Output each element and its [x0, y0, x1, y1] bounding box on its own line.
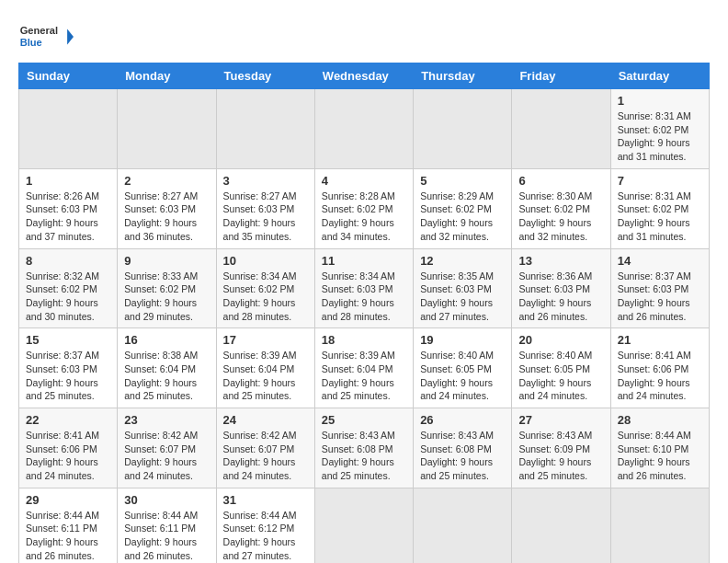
calendar-cell: 23 Sunrise: 8:42 AMSunset: 6:07 PMDaylig…: [118, 408, 216, 488]
header-day-monday: Monday: [118, 63, 216, 89]
calendar-cell: 1 Sunrise: 8:26 AMSunset: 6:03 PMDayligh…: [19, 168, 118, 248]
day-number: 14: [618, 254, 702, 268]
day-number: 9: [124, 254, 209, 268]
calendar-cell: 17 Sunrise: 8:39 AMSunset: 6:04 PMDaylig…: [216, 328, 314, 408]
calendar-cell: [118, 89, 216, 169]
week-row-2: 1 Sunrise: 8:26 AMSunset: 6:03 PMDayligh…: [19, 168, 710, 248]
svg-marker-2: [67, 29, 74, 44]
calendar-cell: 16 Sunrise: 8:38 AMSunset: 6:04 PMDaylig…: [118, 328, 216, 408]
cell-content: Sunrise: 8:44 AMSunset: 6:10 PMDaylight:…: [618, 429, 702, 483]
cell-content: Sunrise: 8:44 AMSunset: 6:11 PMDaylight:…: [26, 509, 110, 563]
week-row-3: 8 Sunrise: 8:32 AMSunset: 6:02 PMDayligh…: [19, 248, 710, 328]
day-number: 28: [618, 413, 702, 427]
cell-content: Sunrise: 8:26 AMSunset: 6:03 PMDaylight:…: [26, 190, 110, 244]
day-number: 12: [420, 254, 505, 268]
header-day-sunday: Sunday: [19, 63, 118, 89]
header-day-tuesday: Tuesday: [216, 63, 314, 89]
calendar-cell: 13 Sunrise: 8:36 AMSunset: 6:03 PMDaylig…: [512, 248, 610, 328]
cell-content: Sunrise: 8:29 AMSunset: 6:02 PMDaylight:…: [420, 190, 505, 244]
calendar-cell: 25 Sunrise: 8:43 AMSunset: 6:08 PMDaylig…: [314, 408, 413, 488]
day-number: 7: [618, 174, 702, 188]
calendar-cell: 29 Sunrise: 8:44 AMSunset: 6:11 PMDaylig…: [19, 488, 118, 563]
day-number: 8: [26, 254, 110, 268]
day-number: 24: [223, 413, 308, 427]
cell-content: Sunrise: 8:34 AMSunset: 6:02 PMDaylight:…: [223, 270, 308, 324]
day-number: 1: [26, 174, 110, 188]
calendar-cell: 20 Sunrise: 8:40 AMSunset: 6:05 PMDaylig…: [512, 328, 610, 408]
cell-content: Sunrise: 8:31 AMSunset: 6:02 PMDaylight:…: [618, 109, 702, 164]
day-number: 30: [124, 493, 209, 507]
day-number: 31: [223, 493, 308, 507]
cell-content: Sunrise: 8:42 AMSunset: 6:07 PMDaylight:…: [124, 429, 209, 483]
calendar-cell: 12 Sunrise: 8:35 AMSunset: 6:03 PMDaylig…: [414, 248, 512, 328]
calendar-cell: [414, 89, 512, 169]
cell-content: Sunrise: 8:32 AMSunset: 6:02 PMDaylight:…: [26, 270, 110, 324]
calendar-cell: 27 Sunrise: 8:43 AMSunset: 6:09 PMDaylig…: [512, 408, 610, 488]
cell-content: Sunrise: 8:28 AMSunset: 6:02 PMDaylight:…: [322, 190, 406, 244]
week-row-6: 29 Sunrise: 8:44 AMSunset: 6:11 PMDaylig…: [19, 488, 710, 563]
cell-content: Sunrise: 8:41 AMSunset: 6:06 PMDaylight:…: [618, 349, 702, 403]
calendar-cell: [19, 89, 118, 169]
day-number: 25: [322, 413, 406, 427]
calendar-cell: 4 Sunrise: 8:28 AMSunset: 6:02 PMDayligh…: [314, 168, 413, 248]
header-day-wednesday: Wednesday: [314, 63, 413, 89]
day-number: 4: [322, 174, 406, 188]
calendar-cell: 15 Sunrise: 8:37 AMSunset: 6:03 PMDaylig…: [19, 328, 118, 408]
cell-content: Sunrise: 8:38 AMSunset: 6:04 PMDaylight:…: [124, 349, 209, 403]
cell-content: Sunrise: 8:34 AMSunset: 6:03 PMDaylight:…: [322, 270, 406, 324]
calendar-cell: 18 Sunrise: 8:39 AMSunset: 6:04 PMDaylig…: [314, 328, 413, 408]
cell-content: Sunrise: 8:36 AMSunset: 6:03 PMDaylight:…: [518, 270, 603, 324]
cell-content: Sunrise: 8:42 AMSunset: 6:07 PMDaylight:…: [223, 429, 308, 483]
day-number: 19: [420, 333, 505, 347]
week-row-4: 15 Sunrise: 8:37 AMSunset: 6:03 PMDaylig…: [19, 328, 710, 408]
cell-content: Sunrise: 8:27 AMSunset: 6:03 PMDaylight:…: [124, 190, 209, 244]
day-number: 15: [26, 333, 110, 347]
cell-content: Sunrise: 8:40 AMSunset: 6:05 PMDaylight:…: [518, 349, 603, 403]
calendar-cell: 26 Sunrise: 8:43 AMSunset: 6:08 PMDaylig…: [414, 408, 512, 488]
svg-text:Blue: Blue: [20, 37, 42, 48]
calendar-cell: 5 Sunrise: 8:29 AMSunset: 6:02 PMDayligh…: [414, 168, 512, 248]
calendar-cell: 3 Sunrise: 8:27 AMSunset: 6:03 PMDayligh…: [216, 168, 314, 248]
cell-content: Sunrise: 8:37 AMSunset: 6:03 PMDaylight:…: [26, 349, 110, 403]
cell-content: Sunrise: 8:40 AMSunset: 6:05 PMDaylight:…: [420, 349, 505, 403]
cell-content: Sunrise: 8:39 AMSunset: 6:04 PMDaylight:…: [223, 349, 308, 403]
calendar-cell: 6 Sunrise: 8:30 AMSunset: 6:02 PMDayligh…: [512, 168, 610, 248]
calendar-cell: 24 Sunrise: 8:42 AMSunset: 6:07 PMDaylig…: [216, 408, 314, 488]
cell-content: Sunrise: 8:41 AMSunset: 6:06 PMDaylight:…: [26, 429, 110, 483]
header-day-friday: Friday: [512, 63, 610, 89]
calendar-cell: [414, 488, 512, 563]
day-number: 5: [420, 174, 505, 188]
calendar-cell: 9 Sunrise: 8:33 AMSunset: 6:02 PMDayligh…: [118, 248, 216, 328]
day-number: 2: [124, 174, 209, 188]
header-day-saturday: Saturday: [610, 63, 709, 89]
calendar-cell: 7 Sunrise: 8:31 AMSunset: 6:02 PMDayligh…: [610, 168, 709, 248]
day-number: 6: [518, 174, 603, 188]
day-number: 21: [618, 333, 702, 347]
header-day-thursday: Thursday: [414, 63, 512, 89]
day-number: 10: [223, 254, 308, 268]
day-number: 13: [518, 254, 603, 268]
calendar-table: SundayMondayTuesdayWednesdayThursdayFrid…: [18, 63, 710, 563]
cell-content: Sunrise: 8:35 AMSunset: 6:03 PMDaylight:…: [420, 270, 505, 324]
calendar-cell: 2 Sunrise: 8:27 AMSunset: 6:03 PMDayligh…: [118, 168, 216, 248]
calendar-cell: 8 Sunrise: 8:32 AMSunset: 6:02 PMDayligh…: [19, 248, 118, 328]
calendar-cell: 22 Sunrise: 8:41 AMSunset: 6:06 PMDaylig…: [19, 408, 118, 488]
cell-content: Sunrise: 8:33 AMSunset: 6:02 PMDaylight:…: [124, 270, 209, 324]
day-number: 18: [322, 333, 406, 347]
cell-content: Sunrise: 8:27 AMSunset: 6:03 PMDaylight:…: [223, 190, 308, 244]
calendar-cell: 31 Sunrise: 8:44 AMSunset: 6:12 PMDaylig…: [216, 488, 314, 563]
calendar-cell: 11 Sunrise: 8:34 AMSunset: 6:03 PMDaylig…: [314, 248, 413, 328]
calendar-cell: [610, 488, 709, 563]
calendar-body: 1 Sunrise: 8:31 AMSunset: 6:02 PMDayligh…: [19, 89, 710, 564]
day-number: 27: [518, 413, 603, 427]
svg-text:General: General: [20, 25, 58, 36]
day-number: 1: [618, 94, 702, 108]
day-number: 3: [223, 174, 308, 188]
cell-content: Sunrise: 8:44 AMSunset: 6:11 PMDaylight:…: [124, 509, 209, 563]
cell-content: Sunrise: 8:30 AMSunset: 6:02 PMDaylight:…: [518, 190, 603, 244]
calendar-cell: [314, 89, 413, 169]
calendar-cell: 21 Sunrise: 8:41 AMSunset: 6:06 PMDaylig…: [610, 328, 709, 408]
day-number: 26: [420, 413, 505, 427]
calendar-cell: [216, 89, 314, 169]
cell-content: Sunrise: 8:43 AMSunset: 6:08 PMDaylight:…: [322, 429, 406, 483]
